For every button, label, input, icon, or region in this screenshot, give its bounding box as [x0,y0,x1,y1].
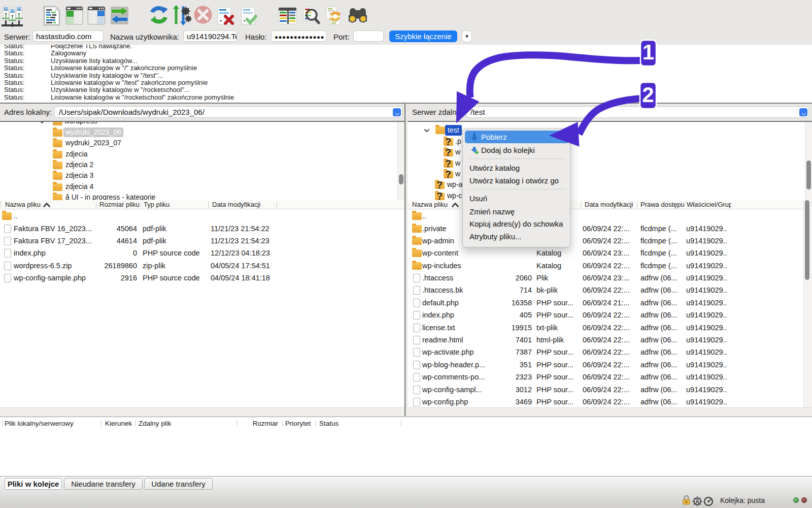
svg-text:2: 2 [642,83,654,107]
svg-text:1: 1 [642,40,654,64]
